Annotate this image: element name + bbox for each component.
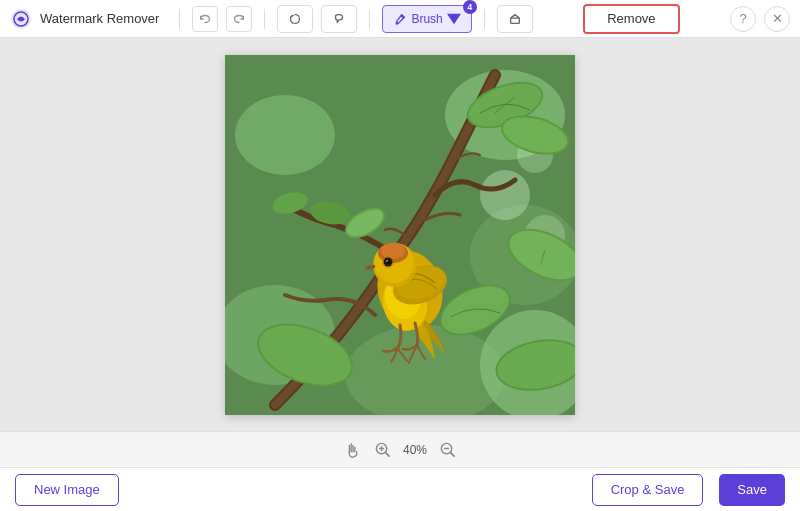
svg-point-5: [235, 95, 335, 175]
remove-button[interactable]: Remove: [583, 4, 679, 34]
crop-save-button[interactable]: Crop & Save: [592, 474, 704, 506]
undo-button[interactable]: [192, 6, 218, 32]
brush-label: Brush: [411, 12, 442, 26]
canvas-area: [0, 38, 800, 431]
footer: New Image Crop & Save Save: [0, 467, 800, 511]
toolbar-separator-4: [484, 9, 485, 29]
close-button[interactable]: ✕: [764, 6, 790, 32]
lasso-tool-button[interactable]: [277, 5, 313, 33]
svg-rect-3: [510, 18, 519, 23]
bird-image-svg: [225, 55, 575, 415]
image-container[interactable]: [225, 55, 575, 415]
brush-tool-wrap: Brush 4: [382, 5, 471, 33]
svg-point-36: [381, 243, 405, 259]
pan-tool-icon[interactable]: [344, 441, 362, 459]
zoom-in-icon[interactable]: [374, 441, 391, 458]
brush-badge: 4: [463, 0, 477, 14]
zoombar: 40%: [0, 431, 800, 467]
brush-tool-button[interactable]: Brush: [382, 5, 471, 33]
new-image-button[interactable]: New Image: [15, 474, 119, 506]
redo-button[interactable]: [226, 6, 252, 32]
save-button[interactable]: Save: [719, 474, 785, 506]
toolbar-separator-3: [369, 9, 370, 29]
toolbar-separator: [179, 9, 180, 29]
help-button[interactable]: ?: [730, 6, 756, 32]
polygon-tool-button[interactable]: [321, 5, 357, 33]
app-title: Watermark Remover: [40, 11, 159, 26]
svg-point-2: [396, 22, 399, 25]
main-image: [225, 55, 575, 415]
svg-point-40: [386, 260, 388, 262]
eraser-tool-button[interactable]: [497, 5, 533, 33]
zoom-percent: 40%: [403, 443, 427, 457]
toolbar-separator-2: [264, 9, 265, 29]
app-logo-icon: [10, 8, 32, 30]
svg-point-11: [480, 170, 530, 220]
titlebar: Watermark Remover: [0, 0, 800, 38]
zoom-out-icon[interactable]: [439, 441, 456, 458]
